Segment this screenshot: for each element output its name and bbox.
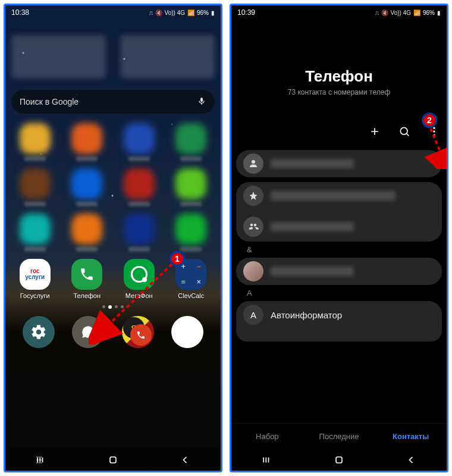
contact-row-autoinformator[interactable]: A Автоинформатор [236, 301, 442, 331]
blurred-contact-name [271, 267, 354, 276]
svg-point-9 [433, 127, 435, 129]
app-blurred[interactable] [168, 168, 215, 206]
app-blurred[interactable] [64, 168, 111, 206]
clock-widget[interactable] [11, 35, 106, 78]
svg-point-10 [433, 130, 435, 132]
blurred-contact-name [271, 222, 354, 231]
my-profile-row[interactable] [236, 150, 442, 177]
megafon-icon [124, 259, 155, 290]
app-blurred[interactable] [168, 123, 215, 161]
app-blurred[interactable] [11, 168, 59, 206]
favorite-contact-row[interactable] [236, 182, 442, 212]
battery-icon: ▮ [211, 10, 215, 16]
nfc-icon: ⎍ [149, 10, 153, 16]
app-label: МегаФон [125, 292, 153, 299]
app-grid: госуслуги Госуслуги Телефон МегаФон +−=×… [11, 123, 215, 299]
signal-icon: 📶 [413, 10, 420, 16]
app-blurred[interactable] [64, 214, 111, 252]
phone-left-home-screen: 10:38 ⎍ 🔇 Vo)) 4G 📶 96% ▮ Поиск в Google [4, 4, 222, 472]
header-actions [231, 120, 447, 148]
index-letter-amp: & [231, 244, 447, 255]
battery-icon: ▮ [437, 10, 441, 16]
volte-icon: Vo)) 4G [165, 10, 185, 16]
weather-widget[interactable] [120, 35, 215, 78]
star-icon [243, 186, 263, 206]
nav-home[interactable] [98, 450, 128, 469]
mic-icon[interactable] [197, 96, 206, 108]
nav-bar [231, 449, 447, 471]
app-phone[interactable]: Телефон [64, 259, 111, 299]
google-search-bar[interactable]: Поиск в Google [11, 90, 215, 114]
gosuslugi-icon: госуслуги [20, 259, 51, 290]
status-time: 10:39 [237, 8, 255, 17]
app-blurred[interactable] [168, 214, 215, 252]
svg-rect-15 [336, 457, 342, 463]
signal-icon: 📶 [187, 10, 194, 16]
nav-back[interactable] [170, 450, 200, 469]
contacts-header: Телефон 73 контакта с номерами телеф [231, 20, 447, 120]
home-screen: Поиск в Google госуслуги [5, 20, 221, 449]
mute-icon: 🔇 [381, 10, 388, 16]
group-row[interactable] [236, 212, 442, 242]
nav-recent[interactable] [26, 450, 56, 469]
contact-list[interactable]: & A A Автоинформатор [231, 148, 447, 423]
battery-percent: 96% [423, 10, 435, 16]
index-letter-a: A [231, 287, 447, 299]
widget-row [11, 35, 215, 78]
app-label: Телефон [73, 292, 101, 299]
person-icon [243, 154, 263, 174]
blurred-contact-name [271, 159, 354, 168]
status-bar: 10:38 ⎍ 🔇 Vo)) 4G 📶 96% ▮ [5, 5, 221, 20]
app-label: ClevCalc [178, 292, 204, 299]
app-blurred[interactable] [115, 214, 163, 252]
app-blurred[interactable] [64, 123, 111, 161]
phone-icon [71, 259, 102, 290]
dock-folder-apps[interactable] [171, 316, 203, 348]
phone-right-contacts-app: 10:39 ⎍ 🔇 Vo)) 4G 📶 96% ▮ Телефон 73 кон… [230, 4, 448, 472]
svg-rect-3 [110, 457, 116, 463]
app-blurred[interactable] [11, 214, 59, 252]
contact-row[interactable] [236, 258, 442, 285]
annotation-callout-2: 2 [422, 112, 437, 128]
battery-percent: 96% [197, 10, 209, 16]
mute-icon: 🔇 [155, 10, 162, 16]
contacts-subtitle: 73 контакта с номерами телеф [231, 88, 447, 96]
nav-bar [5, 449, 221, 471]
volte-icon: Vo)) 4G [391, 10, 411, 16]
status-bar: 10:39 ⎍ 🔇 Vo)) 4G 📶 96% ▮ [231, 5, 447, 20]
contact-name: Автоинформатор [271, 310, 342, 320]
nav-back[interactable] [396, 450, 426, 469]
dock-messages[interactable] [72, 316, 104, 348]
contact-row-partial[interactable] [236, 331, 442, 342]
dock: я [11, 314, 215, 354]
bottom-tabs: Набор Последние Контакты [231, 423, 447, 449]
app-blurred[interactable] [115, 168, 163, 206]
annotation-callout-1: 1 [170, 251, 185, 267]
search-button[interactable] [396, 120, 413, 143]
contacts-title: Телефон [231, 67, 447, 86]
app-blurred[interactable] [11, 123, 59, 161]
blurred-contact-name [271, 191, 396, 201]
dock-folder-calls[interactable]: я [122, 316, 154, 348]
contact-avatar-letter: A [243, 305, 263, 325]
status-time: 10:38 [11, 8, 29, 17]
svg-point-11 [433, 134, 435, 136]
app-gosuslugi[interactable]: госуслуги Госуслуги [11, 259, 59, 299]
app-blurred[interactable] [115, 123, 163, 161]
add-contact-button[interactable] [366, 120, 384, 143]
nfc-icon: ⎍ [375, 10, 379, 16]
nav-recent[interactable] [252, 450, 282, 469]
svg-point-7 [400, 127, 407, 134]
tab-dial[interactable]: Набор [231, 424, 303, 449]
dock-settings[interactable] [23, 316, 55, 348]
app-megafon[interactable]: МегаФон [115, 259, 163, 299]
svg-line-8 [407, 134, 409, 136]
app-label: Госуслуги [20, 292, 50, 299]
search-placeholder: Поиск в Google [20, 97, 79, 107]
tab-recent[interactable]: Последние [303, 424, 375, 449]
group-icon [243, 217, 263, 237]
nav-home[interactable] [324, 450, 354, 469]
tab-contacts[interactable]: Контакты [375, 424, 447, 449]
contact-avatar [243, 261, 263, 281]
page-indicator[interactable] [11, 305, 215, 309]
